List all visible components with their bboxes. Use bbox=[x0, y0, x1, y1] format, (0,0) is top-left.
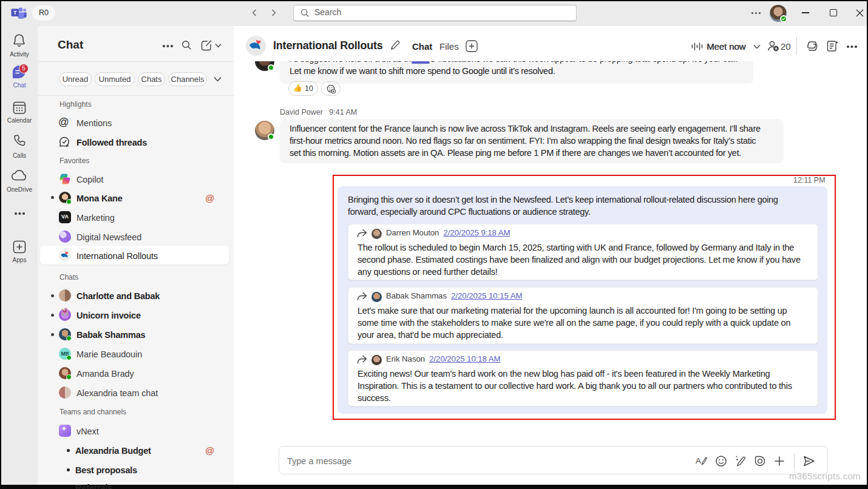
svg-text:T: T bbox=[13, 10, 17, 16]
svg-text:A: A bbox=[696, 456, 701, 465]
